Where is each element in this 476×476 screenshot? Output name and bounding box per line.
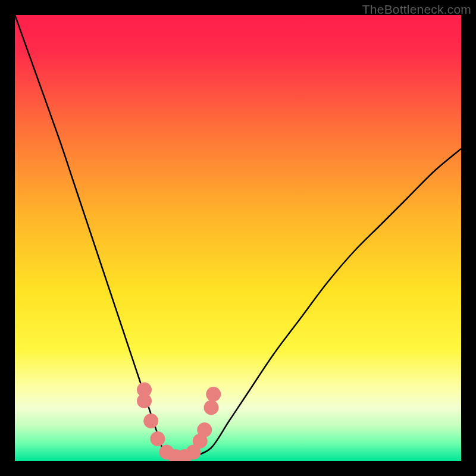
marker-point bbox=[197, 422, 212, 437]
marker-point bbox=[137, 393, 152, 408]
marker-point bbox=[204, 400, 219, 415]
bottleneck-chart bbox=[15, 15, 461, 461]
chart-frame: TheBottleneck.com bbox=[0, 0, 476, 476]
marker-point bbox=[151, 431, 165, 446]
gradient-background bbox=[15, 15, 461, 461]
marker-point bbox=[143, 414, 158, 428]
plot-area bbox=[15, 15, 461, 461]
watermark-text: TheBottleneck.com bbox=[362, 2, 471, 17]
marker-point bbox=[206, 387, 221, 402]
